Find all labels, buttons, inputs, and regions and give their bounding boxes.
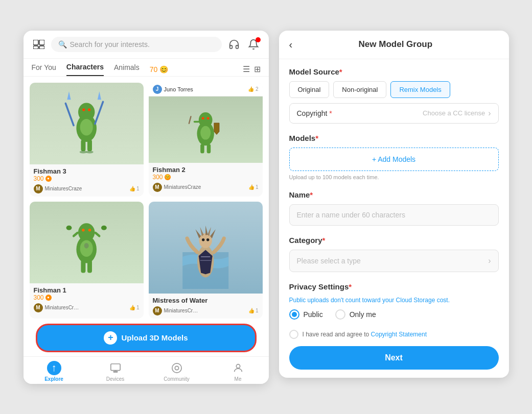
source-original[interactable]: Original: [289, 81, 330, 98]
svg-rect-31: [94, 231, 101, 237]
like-count-fishman2: 👍 1: [248, 184, 259, 190]
featured-user: J Juno Torres 👍 2: [149, 83, 263, 96]
form-panel: ‹ New Model Group Model Source* Original…: [279, 31, 509, 378]
community-label: Community: [164, 376, 190, 382]
model-info-fishman2: Fishman 2 300 😊 M MiniaturesCraze 👍 1: [149, 163, 263, 195]
category-select[interactable]: Please select a type ›: [289, 250, 499, 272]
model-card-fishman3[interactable]: Fishman 3 300 ● M MiniaturesCraze 👍 1: [30, 83, 144, 197]
coin-icon: ●: [45, 176, 52, 182]
source-nonoriginal[interactable]: Non-original: [333, 81, 386, 98]
svg-rect-30: [72, 231, 79, 237]
tab-for-you[interactable]: For You: [32, 63, 56, 76]
svg-rect-1: [39, 40, 44, 45]
nav-me[interactable]: Me: [207, 361, 269, 382]
model-card-fishman1[interactable]: Fishman 1 300 ● M MiniaturesCraze 👍 1: [30, 202, 144, 319]
model-card-fishman2[interactable]: J Juno Torres 👍 2: [149, 83, 263, 197]
explore-icon: ↑: [47, 361, 61, 375]
category-chevron-icon: ›: [488, 256, 491, 265]
category-placeholder: Please select a type: [297, 257, 361, 265]
svg-point-32: [66, 225, 72, 230]
featured-username: Juno Torres: [164, 86, 193, 92]
svg-point-19: [201, 117, 204, 119]
radio-group: Public Only me: [289, 309, 499, 320]
coin-icon-2: 😊: [165, 174, 171, 180]
svg-rect-34: [81, 260, 85, 273]
svg-marker-13: [98, 91, 101, 100]
models-label: Models*: [289, 134, 499, 142]
devices-label: Devices: [106, 376, 125, 382]
notification-icon[interactable]: [246, 37, 261, 52]
me-label: Me: [235, 376, 242, 382]
model-user-fishman1: M MiniaturesCraze 👍 1: [34, 303, 140, 312]
devices-icon: [108, 361, 123, 375]
nav-devices[interactable]: Devices: [85, 361, 146, 382]
explore-label: Explore: [44, 376, 63, 382]
name-input[interactable]: [289, 204, 499, 226]
svg-point-27: [78, 223, 95, 241]
svg-point-48: [236, 364, 240, 368]
nav-community[interactable]: Community: [146, 361, 207, 382]
svg-point-40: [199, 233, 212, 248]
copyright-link[interactable]: Copyright Statement: [371, 331, 427, 338]
model-user-fishman3: M MiniaturesCraze 👍 1: [34, 184, 140, 193]
grid-row-1: Fishman 3 300 ● M MiniaturesCraze 👍 1: [30, 83, 263, 197]
source-buttons: Original Non-original Remix Models: [289, 81, 499, 98]
add-models-button[interactable]: + Add Models: [289, 148, 499, 171]
svg-point-16: [86, 151, 93, 153]
filter-icon[interactable]: ☰: [243, 64, 250, 74]
back-button[interactable]: ‹: [289, 39, 293, 51]
content-area: Fishman 3 300 ● M MiniaturesCraze 👍 1: [24, 77, 269, 352]
search-bar[interactable]: 🔍 Search for your interests.: [51, 37, 222, 52]
models-section: Models* + Add Models Upload up to 100 mo…: [289, 134, 499, 180]
nav-explore[interactable]: ↑ Explore: [24, 361, 85, 382]
model-info-fishman3: Fishman 3 300 ● M MiniaturesCraze 👍 1: [30, 164, 144, 197]
svg-point-33: [101, 225, 107, 230]
next-button[interactable]: Next: [289, 346, 499, 370]
name-label: Name*: [289, 190, 499, 199]
svg-point-7: [88, 108, 90, 111]
radio-public[interactable]: Public: [289, 309, 323, 320]
tab-animals[interactable]: Animals: [114, 63, 140, 76]
headset-icon[interactable]: [227, 37, 241, 52]
upload-label: Upload 3D Models: [121, 333, 188, 342]
agreement-row: I have read and agree to Copyright State…: [289, 330, 499, 339]
upload-button[interactable]: + Upload 3D Models: [36, 324, 257, 352]
model-thumb-mistress: [149, 202, 263, 294]
radio-onlyme-circle: [335, 309, 345, 320]
radio-public-label: Public: [304, 310, 323, 319]
svg-point-29: [88, 229, 91, 231]
like-count-fishman1: 👍 1: [129, 305, 140, 310]
tab-count: 70 😊: [150, 65, 169, 74]
model-user-mistress: M MiniaturesCraze 👍 1: [153, 306, 259, 315]
search-icon: 🔍: [58, 40, 67, 48]
username-mistress: MiniaturesCraze: [164, 308, 200, 313]
grid-row-2: Fishman 1 300 ● M MiniaturesCraze 👍 1: [30, 202, 263, 319]
svg-point-37: [84, 242, 88, 248]
svg-rect-35: [87, 260, 92, 273]
svg-point-15: [79, 151, 86, 153]
privacy-section: Privacy Settings* Public uploads don't c…: [289, 282, 499, 320]
source-remix[interactable]: Remix Models: [390, 81, 450, 98]
model-thumb-fishman2: [149, 96, 263, 163]
model-card-mistress[interactable]: Mistress of Water M MiniaturesCraze 👍 1: [149, 202, 263, 319]
upload-hint: Upload up to 100 models each time.: [289, 174, 499, 180]
svg-point-47: [175, 366, 178, 370]
agreement-text: I have read and agree to Copyright State…: [303, 331, 427, 338]
svg-rect-21: [200, 144, 204, 153]
model-source-section: Model Source* Original Non-original Remi…: [289, 67, 499, 124]
like-count-fishman3: 👍 1: [129, 186, 140, 191]
avatar-fishman3: M: [34, 184, 43, 193]
tab-characters[interactable]: Characters: [66, 63, 104, 76]
model-thumb-fishman3: [30, 83, 144, 164]
avatar-fishman2: M: [153, 183, 162, 192]
username-fishman2: MiniaturesCraze: [164, 184, 201, 190]
copyright-row[interactable]: Copyright * Choose a CC license ›: [289, 103, 499, 124]
tab-actions: ☰ ⊞: [243, 64, 261, 74]
svg-point-42: [206, 238, 209, 241]
agreement-checkbox[interactable]: [289, 330, 298, 339]
expand-icon[interactable]: [32, 37, 46, 52]
model-price-fishman1: 300 ●: [34, 294, 140, 301]
radio-only-me[interactable]: Only me: [335, 309, 376, 320]
sort-icon[interactable]: ⊞: [254, 64, 261, 74]
phone-header: 🔍 Search for your interests.: [24, 31, 269, 59]
